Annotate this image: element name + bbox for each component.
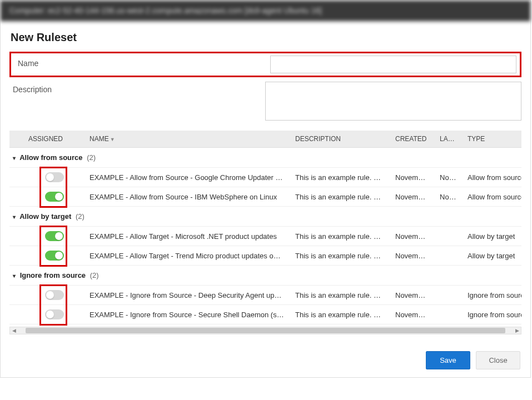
scroll-thumb[interactable] [26,328,505,333]
description-label: Description [9,82,265,97]
rule-description: This is an example rule. … [290,168,390,187]
header-text: Computer: ec2-52-40-144-156.us-west-2.co… [9,6,322,15]
col-created[interactable]: CREATED [390,131,434,148]
rule-type: Allow from source [462,168,521,187]
group-header[interactable]: ▾ Allow by target (2) [9,207,521,227]
rule-last [434,227,462,246]
rule-created: Novemb… [390,227,434,246]
rule-type: Allow by target [462,246,521,266]
assigned-toggle[interactable] [45,192,64,202]
table-row[interactable]: EXAMPLE - Allow Target - Microsoft .NET … [9,227,521,246]
rule-type: Allow by target [462,227,521,246]
rule-name: EXAMPLE - Ignore from Source - Deep Secu… [84,286,290,305]
window-header: Computer: ec2-52-40-144-156.us-west-2.co… [1,1,530,22]
rule-created: Novemb… [390,187,434,207]
table-row[interactable]: EXAMPLE - Allow from Source - IBM WebSph… [9,187,521,207]
rule-description: This is an example rule. … [290,286,390,305]
rule-name: EXAMPLE - Allow from Source - IBM WebSph… [84,187,290,207]
group-count: (2) [85,153,96,162]
col-description[interactable]: DESCRIPTION [290,131,390,148]
group-header[interactable]: ▾ Allow from source (2) [9,148,521,168]
close-button[interactable]: Close [476,351,520,369]
rule-last: Nov… [434,168,462,187]
dialog-footer: Save Close [1,343,530,377]
rules-table-wrap: ASSIGNED NAME▼ DESCRIPTION CREATED LAS… … [9,131,521,334]
sort-desc-icon: ▼ [110,137,115,142]
col-type[interactable]: TYPE [462,131,521,148]
assigned-toggle[interactable] [45,251,64,261]
table-row[interactable]: EXAMPLE - Allow from Source - Google Chr… [9,168,521,187]
name-input[interactable] [270,56,516,73]
rule-created: Novemb… [390,305,434,324]
rule-last [434,305,462,324]
name-label: Name [14,56,270,71]
rule-last [434,246,462,266]
assigned-toggle[interactable] [45,231,64,241]
group-header[interactable]: ▾ Ignore from source (2) [9,266,521,286]
description-input[interactable] [265,82,521,121]
rule-last: Nov… [434,187,462,207]
rule-description: This is an example rule. … [290,246,390,266]
page-title: New Ruleset [1,22,530,47]
rule-last [434,286,462,305]
rule-name: EXAMPLE - Allow from Source - Google Chr… [84,168,290,187]
table-row[interactable]: EXAMPLE - Ignore from Source - Secure Sh… [9,305,521,324]
col-assigned[interactable]: ASSIGNED [23,131,84,148]
group-count: (2) [88,271,99,279]
rule-name: EXAMPLE - Allow Target - Microsoft .NET … [84,227,290,246]
rule-type: Allow from source [462,187,521,207]
horizontal-scrollbar[interactable]: ◀ ▶ [9,327,521,334]
rule-type: Ignore from source [462,286,521,305]
description-row: Description [9,77,521,125]
table-row[interactable]: EXAMPLE - Ignore from Source - Deep Secu… [9,286,521,305]
scroll-right-icon[interactable]: ▶ [513,328,521,333]
rule-description: This is an example rule. … [290,305,390,324]
rule-description: This is an example rule. … [290,187,390,207]
col-last[interactable]: LAS… [434,131,462,148]
group-title: Allow by target [19,212,71,221]
rule-created: Novemb… [390,246,434,266]
col-expander [9,131,23,148]
group-title: Allow from source [19,153,82,162]
rule-type: Ignore from source [462,305,521,324]
chevron-down-icon: ▾ [13,155,16,161]
name-row: Name [9,52,521,77]
rule-name: EXAMPLE - Allow Target - Trend Micro pro… [84,246,290,266]
save-button[interactable]: Save [426,351,470,369]
group-count: (2) [73,212,84,221]
assigned-toggle[interactable] [45,309,64,319]
rule-created: Novemb… [390,286,434,305]
rules-table: ASSIGNED NAME▼ DESCRIPTION CREATED LAS… … [9,131,521,324]
assigned-toggle[interactable] [45,172,64,182]
table-row[interactable]: EXAMPLE - Allow Target - Trend Micro pro… [9,246,521,266]
rule-name: EXAMPLE - Ignore from Source - Secure Sh… [84,305,290,324]
rule-description: This is an example rule. … [290,227,390,246]
rule-created: Novemb… [390,168,434,187]
chevron-down-icon: ▾ [13,214,16,220]
scroll-left-icon[interactable]: ◀ [10,328,18,333]
group-title: Ignore from source [20,271,86,279]
chevron-down-icon: ▾ [13,273,16,279]
col-name[interactable]: NAME▼ [84,131,290,148]
assigned-toggle[interactable] [45,290,64,300]
